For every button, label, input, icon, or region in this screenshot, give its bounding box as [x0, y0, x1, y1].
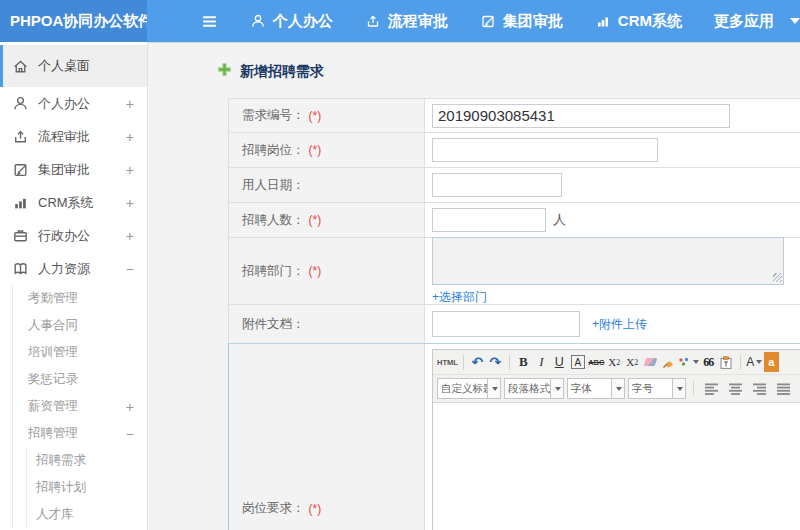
field-label: 招聘岗位： [242, 142, 305, 159]
font-color-button[interactable]: A [746, 352, 763, 372]
form-row-position: 招聘岗位： (*) [228, 133, 800, 168]
sidebar-item-recruit-mgmt[interactable]: 招聘管理 − [13, 420, 147, 447]
headcount-input[interactable] [432, 208, 546, 232]
editor-toolbar-bottom: 自定义标题 段落格式 字体 [433, 375, 800, 403]
recruit-submenu: 招聘需求 招聘计划 人才库 [26, 447, 147, 528]
menu-toggle-icon[interactable] [201, 13, 218, 30]
font-size-select[interactable]: 字号 [628, 378, 686, 399]
field-label: 招聘人数： [242, 212, 305, 229]
eraser-icon[interactable] [642, 352, 659, 372]
hr-book-icon [12, 260, 29, 277]
sidebar-item-crm[interactable]: CRM系统 + [0, 186, 147, 219]
redo-icon[interactable]: ↷ [487, 352, 504, 372]
department-textarea[interactable] [432, 237, 784, 285]
app-logo: PHPOA协同办公软件 [0, 0, 147, 42]
editor-content[interactable] [433, 403, 800, 530]
align-justify-icon[interactable] [773, 378, 794, 400]
required-marker: (*) [309, 502, 322, 516]
add-icon [217, 62, 232, 81]
recruitment-form: 需求编号： (*) 招聘岗位： (*) 用人日期 [228, 98, 800, 530]
sidebar-item-personal-office[interactable]: 个人办公 + [0, 87, 147, 120]
expand-icon[interactable]: + [126, 129, 134, 145]
align-right-icon[interactable] [749, 378, 770, 400]
edit-icon [480, 13, 496, 29]
editor-toolbar-top: HTML ↶ ↷ B I U A ABC X2 X2 [433, 350, 800, 375]
expand-icon[interactable]: + [126, 162, 134, 178]
required-marker: (*) [309, 213, 322, 227]
heading-select[interactable]: 自定义标题 [437, 378, 501, 399]
field-label: 附件文档： [242, 316, 305, 333]
nav-crm[interactable]: CRM系统 [595, 12, 682, 31]
format-brush-icon[interactable] [660, 352, 677, 372]
expand-icon[interactable]: + [126, 399, 134, 415]
nav-more-apps[interactable]: 更多应用 [714, 12, 800, 31]
field-label: 岗位要求： [242, 500, 305, 517]
page-title-row: 新增招聘需求 [148, 43, 800, 98]
html-source-button[interactable]: HTML [437, 352, 458, 372]
hire-date-input[interactable] [432, 173, 562, 197]
briefcase-icon [12, 227, 29, 244]
italic-button[interactable]: I [533, 352, 550, 372]
align-center-icon[interactable] [725, 378, 746, 400]
form-row-headcount: 招聘人数： (*) 人 [228, 203, 800, 238]
bold-button[interactable]: B [515, 352, 532, 372]
sidebar-item-recruit-plan[interactable]: 招聘计划 [27, 474, 147, 501]
attachment-input[interactable] [432, 311, 580, 337]
sidebar-item-personal-desktop[interactable]: 个人桌面 [0, 45, 147, 87]
nav-group-approval[interactable]: 集团审批 [480, 12, 563, 31]
sidebar-item-group-approval[interactable]: 集团审批 + [0, 153, 147, 186]
nav-workflow-approval[interactable]: 流程审批 [365, 12, 448, 31]
font-family-select[interactable]: 字体 [567, 378, 625, 399]
sidebar-item-hr-contract[interactable]: 人事合同 [13, 312, 147, 339]
workflow-icon [12, 128, 29, 145]
expand-icon[interactable]: + [126, 195, 134, 211]
required-marker: (*) [309, 143, 322, 157]
blockquote-button[interactable]: 66 [700, 352, 717, 372]
required-marker: (*) [309, 109, 322, 123]
underline-button[interactable]: U [551, 352, 568, 372]
nav-label: 集团审批 [503, 12, 563, 31]
hr-submenu: 考勤管理 人事合同 培训管理 奖惩记录 薪资管理 + 招聘管理 − 招聘需求 [12, 285, 147, 528]
strikethrough-button[interactable]: ABC [588, 352, 605, 372]
rich-text-editor: HTML ↶ ↷ B I U A ABC X2 X2 [432, 349, 800, 530]
sidebar-item-hr[interactable]: 人力资源 − [0, 252, 147, 285]
paste-icon[interactable] [718, 352, 735, 372]
align-left-icon[interactable] [701, 378, 722, 400]
caret-down-icon [550, 379, 563, 398]
nav-label: 个人办公 [273, 12, 333, 31]
position-input[interactable] [432, 138, 658, 162]
unit-label: 人 [553, 211, 566, 229]
expand-icon[interactable]: + [126, 96, 134, 112]
form-row-hire-date: 用人日期： [228, 168, 800, 203]
font-box-button[interactable]: A [571, 355, 585, 369]
sidebar-item-attendance[interactable]: 考勤管理 [13, 285, 147, 312]
sidebar-item-rewards[interactable]: 奖惩记录 [13, 366, 147, 393]
sidebar-item-talent-pool[interactable]: 人才库 [27, 501, 147, 528]
form-row-department: 招聘部门： (*) +选择部门 [228, 238, 800, 305]
collapse-icon[interactable]: − [126, 261, 134, 277]
collapse-icon[interactable]: − [126, 426, 134, 442]
field-label: 招聘部门： [242, 263, 305, 280]
paragraph-format-select[interactable]: 段落格式 [504, 378, 564, 399]
form-row-request-number: 需求编号： (*) [228, 98, 800, 133]
expand-icon[interactable]: + [126, 228, 134, 244]
topbar: PHPOA协同办公软件 个人办公 流程审批 集团审批 CR [0, 0, 800, 42]
select-department-link[interactable]: +选择部门 [432, 289, 487, 306]
sidebar-item-admin-office[interactable]: 行政办公 + [0, 219, 147, 252]
sidebar-item-workflow-approval[interactable]: 流程审批 + [0, 120, 147, 153]
nav-label: 更多应用 [714, 12, 774, 31]
request-number-input[interactable] [432, 104, 730, 128]
sidebar-item-recruit-request[interactable]: 招聘需求 [27, 447, 147, 474]
nav-personal-office[interactable]: 个人办公 [250, 12, 333, 31]
page-title: 新增招聘需求 [240, 63, 324, 81]
sidebar-item-training[interactable]: 培训管理 [13, 339, 147, 366]
user-icon [12, 95, 29, 112]
color-palette-icon[interactable] [678, 352, 699, 372]
undo-icon[interactable]: ↶ [469, 352, 486, 372]
superscript-button[interactable]: X2 [606, 352, 623, 372]
subscript-button[interactable]: X2 [624, 352, 641, 372]
upload-attachment-link[interactable]: +附件上传 [592, 316, 647, 333]
sidebar-item-salary[interactable]: 薪资管理 + [13, 393, 147, 420]
background-color-button[interactable]: a [764, 352, 779, 372]
nav-label: CRM系统 [618, 12, 682, 31]
